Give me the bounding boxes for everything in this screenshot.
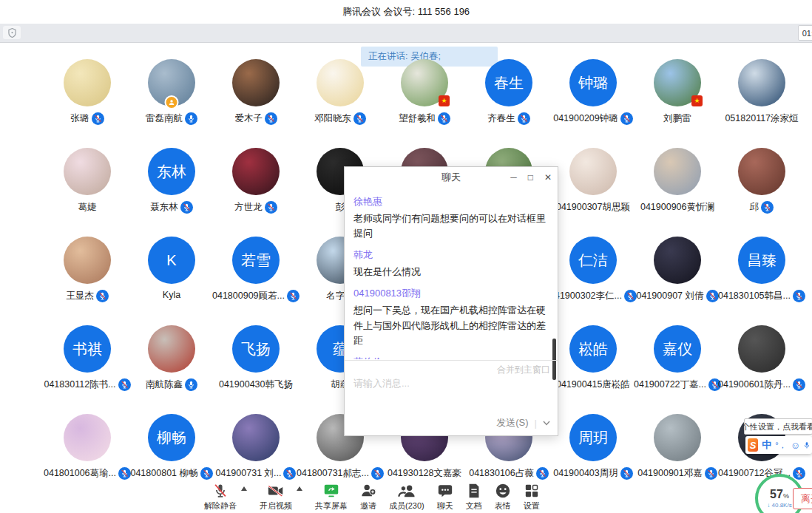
send-button[interactable]: 发送(S)	[496, 416, 528, 429]
mic-status-icon	[705, 467, 717, 480]
docs-icon	[467, 482, 481, 500]
participant-tile[interactable]: 方世龙	[214, 146, 298, 235]
ime-mic-icon[interactable]	[804, 441, 810, 450]
chat-button[interactable]: 聊天	[437, 482, 453, 512]
mic-status-icon	[180, 201, 193, 214]
participant-name: 王显杰	[66, 290, 94, 302]
settings-icon	[524, 482, 539, 500]
participant-tile[interactable]: 嘉仪 041900722丁嘉...	[635, 324, 720, 412]
share-screen-icon	[322, 482, 340, 500]
chat-window: 聊天 ─ □ ✕ 徐艳惠 老师或同学们有问题想要问的可以在对话框里提问 韩龙 现…	[344, 166, 558, 436]
mic-options-caret[interactable]	[241, 486, 247, 491]
chat-sender: 韩龙	[353, 248, 549, 262]
avatar: 崧皓	[569, 325, 617, 373]
participant-tile[interactable]: 邓阳晓东	[298, 58, 382, 146]
avatar	[64, 59, 111, 106]
ime-emoji-icon[interactable]: ☺	[791, 440, 800, 451]
maximize-button[interactable]: □	[528, 172, 533, 183]
participant-tile[interactable]: 若雪 041800909顾若...	[214, 235, 298, 324]
avatar: 书祺	[64, 325, 111, 373]
participant-name: 邓阳晓东	[314, 112, 351, 125]
mic-status-icon	[96, 290, 109, 302]
ime-tooltip[interactable]: 个性设置，点我看看	[744, 418, 812, 435]
participant-tile[interactable]: 仁洁 041900302李仁...	[551, 235, 635, 324]
participant-name: 051820117涂家烜	[725, 112, 798, 125]
participant-tile[interactable]: 041900307胡思颖	[551, 146, 635, 235]
participant-tile[interactable]: 南航陈鑫	[129, 324, 214, 412]
participant-tile[interactable]: 葛婕	[45, 146, 129, 235]
mic-status-icon	[353, 112, 366, 125]
mic-status-icon	[793, 290, 805, 302]
chat-header[interactable]: 聊天 ─ □ ✕	[345, 167, 558, 188]
mic-status-icon	[620, 112, 633, 125]
participant-tile[interactable]: 昌臻 041830105韩昌...	[720, 235, 804, 324]
avatar	[232, 148, 280, 195]
participant-tile[interactable]: 041900601陈丹...	[720, 324, 804, 412]
chat-scrollbar[interactable]	[552, 339, 556, 380]
participant-name: 041900901邓嘉	[637, 467, 703, 480]
unmute-button[interactable]: 解除静音	[204, 482, 237, 512]
network-percent: 57	[770, 488, 783, 500]
chat-input[interactable]: 请输入消息...	[353, 377, 410, 390]
participant-tile[interactable]: 东林 聂东林	[129, 146, 214, 235]
participant-tile[interactable]: ★ 刘鹏雷	[635, 58, 720, 146]
chat-icon	[437, 482, 453, 500]
participant-tile[interactable]: 041900906黄忻澜	[635, 146, 720, 235]
chat-message-list: 徐艳惠 老师或同学们有问题想要问的可以在对话框里提问 韩龙 现在是什么情况 04…	[345, 188, 558, 359]
participant-tile[interactable]: ★ 望舒羲和	[382, 58, 467, 146]
avatar	[64, 237, 111, 284]
security-shield-button[interactable]	[3, 26, 21, 39]
ime-punctuation-toggle[interactable]: °，	[775, 440, 786, 451]
participant-tile[interactable]: 041900907 刘倩	[635, 235, 720, 324]
participant-name: 041900731 刘...	[216, 467, 282, 480]
participant-tile[interactable]: 王显杰	[45, 235, 129, 324]
sogou-logo-icon[interactable]: S	[748, 438, 758, 452]
close-button[interactable]: ✕	[544, 172, 552, 183]
participant-tile[interactable]: 邱	[720, 146, 804, 235]
participant-name: Kyla	[163, 290, 180, 300]
avatar	[569, 148, 617, 195]
mic-status-icon	[185, 378, 197, 391]
docs-button[interactable]: 文档	[466, 482, 482, 512]
participant-tile[interactable]: 春生 齐春生	[467, 58, 551, 146]
chat-sender: 041900813邵翔	[353, 287, 549, 300]
participant-tile[interactable]: 爱木子	[214, 58, 298, 146]
shield-icon	[8, 28, 16, 38]
participant-tile[interactable]: 飞扬 041900430韩飞扬	[214, 324, 298, 412]
ime-language-toggle[interactable]: 中	[762, 438, 771, 452]
emoji-button[interactable]: 表情	[495, 482, 511, 512]
participant-name: 041900415唐崧皓	[556, 378, 630, 391]
avatar	[148, 59, 195, 106]
participant-tile[interactable]: 051820117涂家烜	[720, 58, 804, 146]
participant-tile[interactable]: 钟璐 041900209钟璐	[551, 58, 635, 146]
status-bar	[0, 24, 812, 43]
video-options-caret[interactable]	[297, 486, 302, 491]
avatar: ★	[654, 59, 701, 106]
invite-button[interactable]: 邀请	[360, 482, 376, 512]
settings-button[interactable]: 设置	[524, 482, 540, 512]
participant-tile[interactable]: 张璐	[45, 58, 129, 146]
chat-sender: 徐艳惠	[353, 195, 549, 208]
avatar: 仁洁	[569, 237, 617, 284]
avatar	[738, 59, 785, 106]
participant-name: 041900307胡思颖	[556, 201, 630, 214]
avatar	[148, 325, 195, 373]
merge-to-main-link[interactable]: 合并到主窗口	[497, 364, 550, 376]
participant-tile[interactable]: 崧皓 041900415唐崧皓	[551, 324, 635, 412]
minimize-button[interactable]: ─	[510, 172, 517, 183]
avatar: 飞扬	[232, 325, 280, 373]
participant-tile[interactable]: 雷磊南航	[129, 58, 214, 146]
avatar: 柳畅	[148, 414, 195, 461]
leave-meeting-button[interactable]: 离开	[793, 488, 812, 509]
ime-toolbar[interactable]: S 中 °， ☺	[745, 436, 812, 454]
participant-tile[interactable]: 书祺 041830112陈书...	[45, 324, 129, 412]
participant-tile[interactable]: K Kyla	[129, 235, 214, 324]
members-button[interactable]: 成员(230)	[389, 482, 424, 512]
avatar: ★	[401, 59, 448, 106]
invite-icon	[360, 482, 376, 500]
start-video-button[interactable]: 开启视频	[260, 482, 292, 512]
avatar: 昌臻	[738, 237, 785, 284]
chevron-down-icon[interactable]	[543, 421, 550, 426]
avatar: 春生	[485, 59, 532, 106]
share-screen-button[interactable]: 共享屏幕	[315, 482, 348, 512]
